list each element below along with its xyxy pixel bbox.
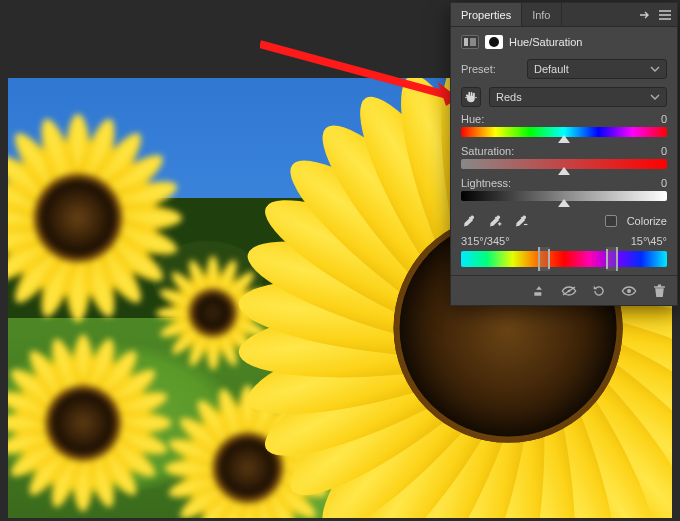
workspace: Properties Info Hue/Saturation Preset: D… (0, 0, 680, 521)
eyedropper-icon[interactable] (461, 213, 477, 229)
tab-properties[interactable]: Properties (451, 3, 522, 26)
chevron-down-icon (650, 65, 660, 73)
range-right-readout: 15°\45° (631, 235, 667, 247)
chevron-down-icon (650, 93, 660, 101)
adjustment-header: Hue/Saturation (451, 27, 677, 55)
colorize-checkbox[interactable] (605, 215, 617, 227)
colorize-label: Colorize (627, 215, 667, 227)
tab-info[interactable]: Info (522, 3, 561, 26)
color-channel-value: Reds (496, 91, 522, 103)
preset-value: Default (534, 63, 569, 75)
color-range-handles[interactable] (548, 249, 608, 269)
color-range-spectrum[interactable] (461, 251, 667, 267)
clip-to-layer-icon[interactable] (531, 283, 547, 299)
preset-select[interactable]: Default (527, 59, 667, 79)
lightness-slider[interactable] (461, 191, 667, 201)
saturation-value[interactable]: 0 (661, 145, 667, 157)
eyedropper-plus-icon[interactable] (487, 213, 503, 229)
collapse-icon[interactable] (639, 10, 653, 20)
color-channel-select[interactable]: Reds (489, 87, 667, 107)
lightness-value[interactable]: 0 (661, 177, 667, 189)
panel-menu-icon[interactable] (659, 10, 671, 20)
visibility-icon[interactable] (621, 283, 637, 299)
svg-point-4 (627, 289, 631, 293)
adjustment-title: Hue/Saturation (509, 36, 582, 48)
trash-icon[interactable] (651, 283, 667, 299)
properties-panel: Properties Info Hue/Saturation Preset: D… (450, 2, 678, 306)
saturation-slider[interactable] (461, 159, 667, 169)
hue-label: Hue: (461, 113, 484, 125)
eyedropper-minus-icon[interactable] (513, 213, 529, 229)
panel-tabbar: Properties Info (451, 3, 677, 27)
view-previous-icon[interactable] (561, 283, 577, 299)
hue-value[interactable]: 0 (661, 113, 667, 125)
layer-mask-icon (485, 35, 503, 49)
targeted-adjustment-tool[interactable] (461, 87, 481, 107)
reset-icon[interactable] (591, 283, 607, 299)
saturation-label: Saturation: (461, 145, 514, 157)
range-left-readout: 315°/345° (461, 235, 510, 247)
hue-slider[interactable] (461, 127, 667, 137)
lightness-label: Lightness: (461, 177, 511, 189)
adjustment-type-icon (461, 35, 479, 49)
preset-label: Preset: (461, 63, 519, 75)
panel-footer (451, 275, 677, 305)
